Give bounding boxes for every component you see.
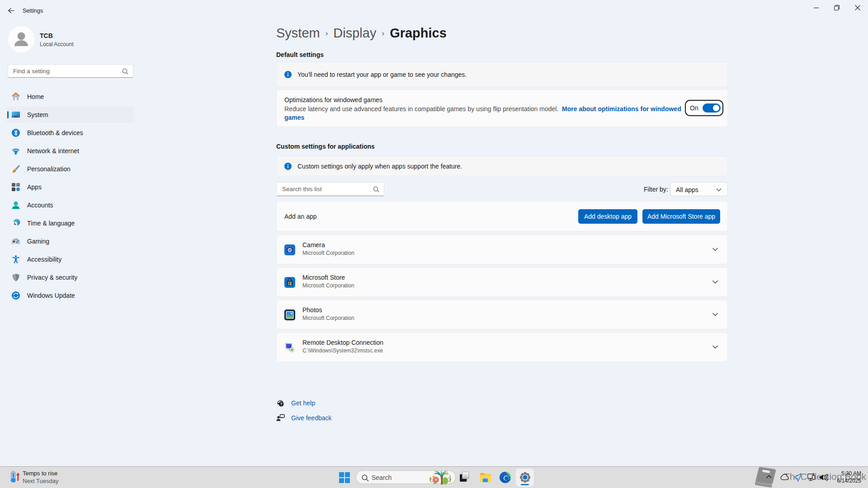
- svg-text:?: ?: [280, 402, 282, 406]
